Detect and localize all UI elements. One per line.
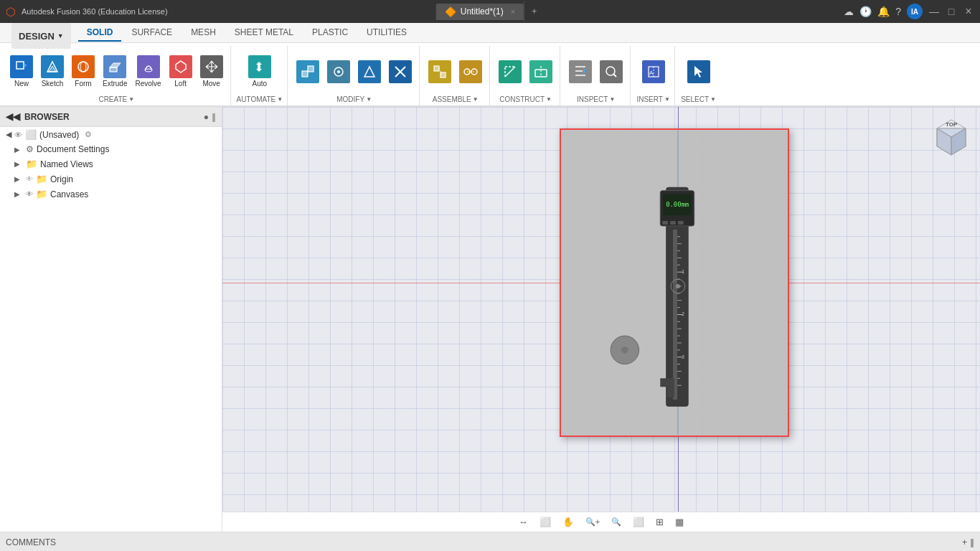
- browser-item-origin[interactable]: ▶ 👁 📁 Origin: [0, 171, 222, 187]
- automate-button[interactable]: Auto: [245, 53, 274, 90]
- zoom-button[interactable]: 🔍: [607, 516, 626, 528]
- svg-text:A: A: [649, 70, 654, 76]
- inspect-label[interactable]: INSPECT ▼: [577, 94, 615, 105]
- minimize-button[interactable]: —: [928, 6, 940, 17]
- ribbon-group-modify: MODIFY ▼: [289, 46, 420, 105]
- extrude-button[interactable]: Extrude: [100, 53, 130, 90]
- svg-text:0.00mm: 0.00mm: [666, 201, 689, 208]
- svg-point-14: [337, 70, 340, 73]
- tab-close-icon[interactable]: ×: [511, 7, 515, 16]
- browser-title: ◀◀ BROWSER: [6, 111, 70, 122]
- tab-sheet-metal[interactable]: SHEET METAL: [226, 24, 302, 42]
- unsaved-visibility-icon[interactable]: ◀: [6, 130, 11, 139]
- select-button[interactable]: [684, 58, 713, 85]
- ribbon-tabs: DESIGN ▼ SOLID SURFACE MESH SHEET METAL …: [0, 23, 980, 43]
- create-sketch-button[interactable]: Sketch: [38, 53, 67, 90]
- modify-button-4[interactable]: [386, 58, 415, 85]
- tab-solid[interactable]: SOLID: [78, 24, 122, 42]
- history-icon[interactable]: 🕐: [859, 6, 872, 17]
- help-icon[interactable]: ?: [895, 6, 901, 17]
- canvases-eye-icon[interactable]: 👁: [26, 190, 33, 198]
- modify-button-3[interactable]: [355, 58, 384, 85]
- browser-item-unsaved[interactable]: ◀ 👁 ⬜ (Unsaved) ⚙: [0, 127, 222, 142]
- svg-text:TOP: TOP: [946, 121, 958, 128]
- inspect-button-1[interactable]: [566, 58, 595, 85]
- browser-panel: ◀◀ BROWSER ● ‖ ◀ 👁 ⬜ (Unsaved) ⚙ ▶ ⚙ Doc…: [0, 107, 222, 532]
- comments-add-icon[interactable]: +: [962, 537, 967, 547]
- browser-pin-icon[interactable]: ‖: [212, 112, 216, 122]
- unsaved-eye-icon[interactable]: 👁: [14, 131, 22, 139]
- origin-label: Origin: [50, 174, 73, 184]
- tab-surface[interactable]: SURFACE: [123, 24, 181, 42]
- doc-settings-gear-icon: ⚙: [26, 144, 34, 154]
- user-avatar[interactable]: IA: [907, 4, 923, 19]
- tab-mesh[interactable]: MESH: [182, 24, 225, 42]
- close-button[interactable]: ×: [963, 6, 974, 17]
- collapse-browser-icon[interactable]: ◀◀: [6, 111, 20, 122]
- insert-label[interactable]: INSERT ▼: [636, 94, 669, 105]
- browser-header: ◀◀ BROWSER ● ‖: [0, 107, 222, 127]
- svg-rect-44: [662, 221, 668, 225]
- modify-button-2[interactable]: [324, 58, 353, 85]
- pan-button[interactable]: ✋: [558, 515, 578, 529]
- zoom-in-button[interactable]: 🔍+: [581, 516, 604, 528]
- insert-button[interactable]: A: [639, 58, 668, 85]
- browser-item-canvases[interactable]: ▶ 👁 📁 Canvases: [0, 187, 222, 202]
- notification-icon[interactable]: 🔔: [877, 6, 890, 17]
- svg-point-9: [145, 69, 152, 72]
- revolve-button[interactable]: Revolve: [132, 53, 164, 90]
- cloud-sync-icon[interactable]: ☁: [844, 6, 854, 17]
- navigation-cube[interactable]: TOP: [930, 114, 973, 157]
- loft-button[interactable]: Loft: [166, 53, 195, 90]
- maximize-button[interactable]: □: [946, 6, 957, 17]
- new-tab-button[interactable]: +: [524, 4, 544, 19]
- svg-rect-12: [308, 66, 314, 72]
- caliper-illustration: 0.00mm: [561, 128, 788, 437]
- svg-point-76: [621, 347, 628, 354]
- comments-collapse-icon[interactable]: ‖: [970, 537, 974, 547]
- browser-item-named-views[interactable]: ▶ 📁 Named Views: [0, 156, 222, 171]
- display-mode-button[interactable]: ⬜: [628, 515, 649, 529]
- origin-eye-icon[interactable]: 👁: [26, 175, 33, 183]
- create-label[interactable]: CREATE ▼: [98, 94, 134, 105]
- construct-label[interactable]: CONSTRUCT ▼: [499, 94, 552, 105]
- modify-label[interactable]: MODIFY ▼: [336, 94, 372, 105]
- construct-button-1[interactable]: [496, 58, 524, 85]
- unsaved-label: (Unsaved): [39, 130, 79, 140]
- select-label[interactable]: SELECT ▼: [681, 94, 716, 105]
- document-tab[interactable]: 🔶 Untitled*(1) ×: [436, 4, 524, 20]
- canvases-label: Canvases: [50, 189, 88, 199]
- modify-button-1[interactable]: [293, 58, 322, 85]
- fit-to-screen-button[interactable]: ⬜: [535, 515, 555, 529]
- unsaved-settings-icon[interactable]: ⚙: [85, 130, 92, 139]
- canvases-folder-icon: 📁: [36, 189, 47, 199]
- design-label: DESIGN: [19, 31, 55, 42]
- title-bar: ⬡ Autodesk Fusion 360 (Education License…: [0, 0, 980, 23]
- assemble-button-1[interactable]: [425, 58, 454, 85]
- tab-utilities[interactable]: UTILITIES: [358, 24, 415, 42]
- unsaved-folder-icon: ⬜: [25, 129, 37, 140]
- toolbar: DESIGN ▼ SOLID SURFACE MESH SHEET METAL …: [0, 23, 980, 107]
- grid-button[interactable]: ⊞: [651, 515, 668, 529]
- create-form-button[interactable]: Form: [69, 53, 98, 90]
- design-button[interactable]: DESIGN ▼: [11, 23, 71, 49]
- tab-plastic[interactable]: PLASTIC: [303, 24, 357, 42]
- assemble-button-2[interactable]: [456, 58, 485, 85]
- create-buttons: New Sketch Form: [7, 46, 226, 94]
- move-copy-button[interactable]: Move: [197, 53, 226, 90]
- svg-rect-45: [670, 221, 676, 225]
- named-views-folder-icon: 📁: [26, 159, 37, 169]
- construct-button-2[interactable]: [527, 58, 555, 85]
- browser-item-doc-settings[interactable]: ▶ ⚙ Document Settings: [0, 142, 222, 156]
- svg-point-6: [80, 62, 86, 72]
- viewport[interactable]: 0.00mm: [222, 107, 980, 532]
- more-button[interactable]: ▦: [671, 515, 688, 529]
- inspect-button-2[interactable]: [597, 58, 626, 85]
- app-logo-icon: ⬡: [6, 5, 16, 19]
- new-component-button[interactable]: New: [7, 53, 36, 90]
- svg-rect-47: [673, 230, 677, 400]
- automate-label[interactable]: AUTOMATE ▼: [237, 94, 283, 105]
- move-tool-button[interactable]: ↔: [514, 515, 532, 529]
- browser-collapse-icon[interactable]: ●: [204, 112, 209, 122]
- assemble-label[interactable]: ASSEMBLE ▼: [433, 94, 479, 105]
